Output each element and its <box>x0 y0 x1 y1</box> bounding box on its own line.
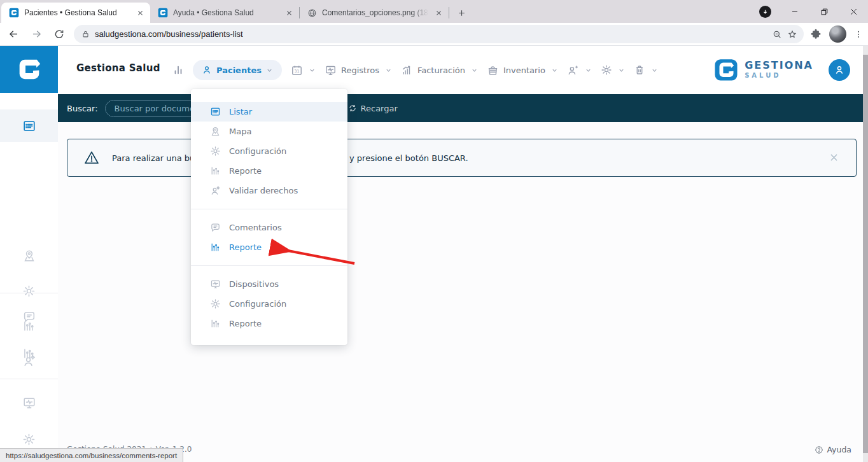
close-window-button[interactable] <box>839 0 868 23</box>
url-bar[interactable]: saludgestiona.com/business/patients-list <box>74 25 804 43</box>
sidebar-item-listar[interactable] <box>0 109 58 142</box>
help-label: Ayuda <box>827 445 851 454</box>
menu-item-comentarios[interactable]: Comentarios <box>191 218 347 237</box>
menu-item-label: Configuración <box>229 146 286 156</box>
menu-item-configuracion[interactable]: Configuración <box>191 141 347 161</box>
window-controls <box>759 0 868 23</box>
comment-icon <box>22 310 36 324</box>
map-pin-icon <box>210 126 221 137</box>
menu-item-label: Reporte <box>229 319 262 328</box>
tab-ayuda[interactable]: Ayuda • Gestiona Salud <box>150 3 299 23</box>
forward-button[interactable] <box>27 25 46 44</box>
chevron-down-icon <box>651 67 658 74</box>
menu-item-dispositivos[interactable]: Dispositivos <box>191 274 347 294</box>
sidebar-item-dispositivos[interactable] <box>0 389 58 417</box>
list-icon <box>210 106 221 117</box>
tab-title: Comentarios_opciones.png (186 <box>322 8 428 17</box>
search-label: Buscar: <box>67 104 98 113</box>
gear-icon <box>22 433 36 446</box>
user-account-button[interactable] <box>829 59 850 81</box>
status-bar-link: https://saludgestiona.com/business/comme… <box>0 448 183 462</box>
app-logo[interactable] <box>0 46 58 93</box>
nav-item-calendar[interactable]: 31 <box>291 64 316 76</box>
alert-text-end: y presione el botón BUSCAR. <box>349 153 468 163</box>
tab-image[interactable]: Comentarios_opciones.png (186 <box>300 3 449 23</box>
gestiona-favicon-icon <box>158 8 168 18</box>
question-circle-icon <box>815 445 823 454</box>
svg-text:31: 31 <box>294 69 299 73</box>
browser-toolbar: saludgestiona.com/business/patients-list <box>0 23 868 46</box>
browser-profile-avatar[interactable] <box>829 25 846 43</box>
menu-item-label: Listar <box>229 107 252 116</box>
chevron-down-icon <box>551 67 558 74</box>
chart-report-icon <box>210 242 221 253</box>
sidebar-item-mapa[interactable] <box>0 242 58 270</box>
inventory-basket-icon <box>487 64 499 76</box>
minimize-button[interactable] <box>780 0 809 23</box>
chart-report-icon <box>210 165 221 176</box>
menu-item-listar[interactable]: Listar <box>191 102 347 122</box>
nav-item-inventario[interactable]: Inventario <box>487 64 558 76</box>
browser-update-icon[interactable] <box>759 6 771 18</box>
page-scrollbar[interactable] <box>863 46 868 462</box>
tab-close-icon[interactable] <box>135 8 145 18</box>
reload-button[interactable] <box>50 25 69 44</box>
zoom-out-icon[interactable] <box>772 29 782 39</box>
restore-button[interactable] <box>809 0 839 23</box>
sidebar-item-comentarios[interactable] <box>0 303 58 331</box>
menu-item-reporte[interactable]: Reporte <box>191 161 347 181</box>
nav-label-registros: Registros <box>341 66 379 75</box>
nav-item-registros[interactable]: Registros <box>325 64 392 76</box>
map-pin-icon <box>22 249 36 263</box>
trash-icon <box>634 64 645 76</box>
chevron-down-icon <box>266 67 273 74</box>
sidebar-divider <box>0 379 58 379</box>
chevron-down-icon <box>471 67 478 74</box>
tab-close-icon[interactable] <box>284 8 294 18</box>
menu-item-label: Reporte <box>229 242 262 252</box>
menu-item-mapa[interactable]: Mapa <box>191 122 347 141</box>
back-button[interactable] <box>4 25 23 44</box>
scrollbar-thumb[interactable] <box>863 55 868 453</box>
sidebar-item-reporte-comentarios[interactable] <box>0 339 58 367</box>
nav-item-users[interactable] <box>567 64 592 76</box>
lock-icon <box>81 30 90 38</box>
sidebar-item-configuracion[interactable] <box>0 277 58 305</box>
menu-item-reporte-comentarios[interactable]: Reporte <box>191 237 347 257</box>
list-icon <box>22 119 36 133</box>
nav-item-trash[interactable] <box>634 64 658 76</box>
gestiona-favicon-icon <box>9 8 19 18</box>
analytics-icon[interactable] <box>172 64 184 76</box>
screen: Pacientes • Gestiona Salud Ayuda • Gesti… <box>0 0 868 462</box>
menu-item-validar-derechos[interactable]: Validar derechos <box>191 181 347 200</box>
menu-item-label: Comentarios <box>229 223 282 232</box>
brand-name: GESTIONA <box>745 60 813 71</box>
alert-close-icon[interactable] <box>829 152 839 163</box>
menu-item-reporte-dispositivos[interactable]: Reporte <box>191 314 347 333</box>
nav-item-settings[interactable] <box>601 64 625 76</box>
browser-tab-strip: Pacientes • Gestiona Salud Ayuda • Gesti… <box>0 0 868 23</box>
sidebar-divider <box>0 293 58 293</box>
new-tab-button[interactable] <box>453 4 470 21</box>
monitor-pulse-icon <box>210 279 221 290</box>
help-link[interactable]: Ayuda <box>815 445 851 454</box>
kebab-menu-icon[interactable] <box>854 29 863 39</box>
refresh-icon <box>348 104 357 113</box>
menu-divider <box>191 265 347 266</box>
nav-item-facturacion[interactable]: Facturación <box>401 64 478 76</box>
menu-item-label: Mapa <box>229 127 251 136</box>
toolbar-right <box>810 25 863 43</box>
menu-item-configuracion-dispositivos[interactable]: Configuración <box>191 294 347 314</box>
search-info-alert: Para realizar una búsqueda y presione el… <box>67 139 857 177</box>
extensions-puzzle-icon[interactable] <box>810 29 822 40</box>
nav-item-pacientes[interactable]: Pacientes <box>193 60 282 80</box>
menu-divider <box>191 209 347 209</box>
menu-item-label: Dispositivos <box>229 279 279 289</box>
tab-close-icon[interactable] <box>433 8 444 18</box>
nav-label-pacientes: Pacientes <box>216 66 262 75</box>
tab-pacientes[interactable]: Pacientes • Gestiona Salud <box>1 3 150 23</box>
gear-icon <box>22 284 36 298</box>
reload-list-button[interactable]: Recargar <box>348 104 398 113</box>
bookmark-star-icon[interactable] <box>787 29 797 39</box>
person-gear-icon <box>210 185 221 196</box>
